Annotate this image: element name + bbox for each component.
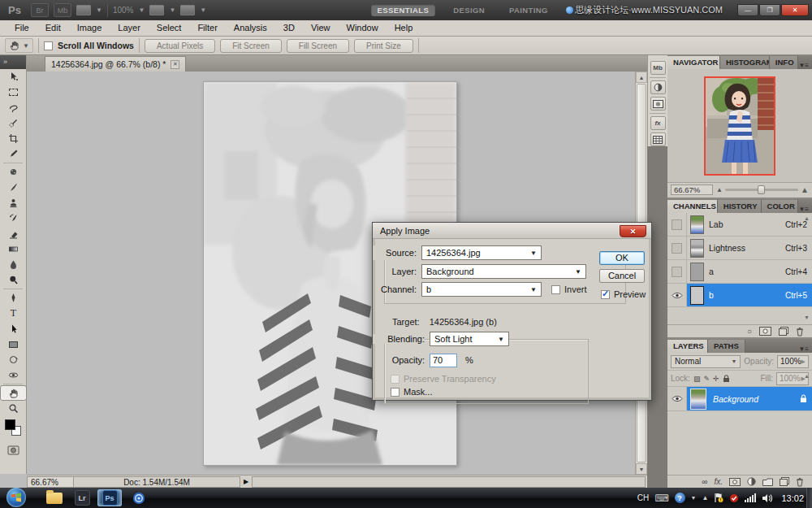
lock-all-icon[interactable] [723, 375, 730, 383]
panel-menu-icon[interactable]: ▼≡ [798, 343, 812, 353]
toolbox-collapse-button[interactable]: » [0, 55, 26, 69]
zoom-in-mountain-icon[interactable]: ▲ [801, 185, 809, 194]
workspace-design[interactable]: DESIGN [447, 4, 491, 16]
show-hidden-icons[interactable]: ▲ [702, 494, 709, 501]
channel-row-lab[interactable]: Lab Ctrl+2 [667, 213, 812, 237]
channel-dropdown[interactable]: b▼ [421, 282, 542, 297]
lock-transparency-icon[interactable]: ▨ [693, 375, 701, 383]
link-layers-icon[interactable]: ∞ [702, 478, 707, 486]
styles-panel-icon[interactable]: fx [650, 116, 666, 130]
visibility-checkbox[interactable] [672, 267, 682, 277]
cancel-button[interactable]: Cancel [599, 269, 645, 283]
hand-tool-icon[interactable] [0, 385, 27, 401]
character-panel-icon[interactable] [650, 132, 666, 146]
mini-bridge-panel-icon[interactable]: Mb [650, 61, 666, 75]
screen-mode-icon[interactable] [180, 5, 195, 15]
channel-row-lightness[interactable]: Lightness Ctrl+3 [667, 237, 812, 260]
navigator-zoom-slider[interactable]: ▲ ▲ [716, 185, 809, 194]
path-selection-tool-icon[interactable] [0, 321, 27, 336]
notification-caret-icon[interactable]: ▼ [691, 495, 697, 501]
tab-color[interactable]: COLOR [762, 200, 799, 213]
minimize-button[interactable]: — [737, 4, 758, 16]
menu-filter[interactable]: Filter [189, 20, 225, 36]
status-zoom-field[interactable]: 66.67% [27, 476, 74, 488]
zoom-tool-icon[interactable] [0, 401, 27, 416]
tab-history[interactable]: HISTORY [718, 200, 762, 213]
menu-help[interactable]: Help [387, 20, 421, 36]
view-extras-icon[interactable] [76, 5, 91, 15]
taskbar-explorer-button[interactable] [42, 489, 67, 506]
eyedropper-tool-icon[interactable] [0, 146, 27, 162]
foreground-color-swatch[interactable] [5, 419, 15, 430]
move-tool-icon[interactable] [0, 69, 27, 85]
help-icon[interactable]: ? [675, 493, 685, 503]
menu-file[interactable]: File [6, 20, 37, 36]
visibility-cell[interactable] [667, 237, 687, 259]
tab-navigator[interactable]: NAVIGATOR [667, 56, 720, 69]
start-button[interactable] [6, 488, 26, 507]
taskbar-clock[interactable]: 13:02 [781, 493, 804, 503]
document-tab[interactable]: 14256364.jpg @ 66.7% (b/8) * ✕ [45, 56, 186, 72]
zoom-out-mountain-icon[interactable]: ▲ [716, 186, 723, 193]
chevron-down-icon[interactable]: ▼ [23, 42, 29, 50]
arrange-documents-icon[interactable] [149, 5, 164, 15]
navigator-proxy-view[interactable] [704, 76, 775, 176]
chevron-down-icon[interactable]: ▼ [96, 7, 102, 14]
layer-dropdown[interactable]: Background▼ [421, 264, 586, 279]
navigator-zoom-field[interactable]: 66.67% [671, 185, 713, 195]
blending-dropdown[interactable]: Soft Light▼ [430, 332, 509, 346]
status-menu-arrow-icon[interactable]: ▶ [244, 478, 248, 485]
visibility-checkbox[interactable] [672, 219, 682, 230]
dodge-tool-icon[interactable] [0, 272, 27, 288]
dialog-title-bar[interactable]: Apply Image [373, 223, 651, 239]
chevron-down-icon[interactable]: ▼ [139, 7, 145, 14]
navigator-preview[interactable] [667, 69, 812, 182]
adjustment-layer-icon[interactable] [747, 477, 756, 486]
ok-button[interactable]: OK [599, 251, 645, 265]
antivirus-icon[interactable] [729, 493, 739, 503]
tab-histogram[interactable]: HISTOGRAM [720, 56, 770, 69]
rotate-3d-tool-icon[interactable] [0, 352, 27, 367]
workspace-essentials[interactable]: ESSENTIALS [371, 4, 436, 16]
spot-healing-tool-icon[interactable] [0, 164, 27, 180]
chevron-down-icon[interactable]: ▼ [200, 7, 206, 14]
tab-channels[interactable]: CHANNELS [667, 200, 718, 213]
clone-stamp-tool-icon[interactable] [0, 195, 27, 211]
channel-row-a[interactable]: a Ctrl+4 [667, 260, 812, 284]
visibility-checkbox[interactable] [672, 243, 682, 254]
taskbar-lightroom-button[interactable]: Lr [70, 489, 94, 506]
fill-screen-button[interactable]: Fill Screen [287, 39, 349, 53]
scroll-up-icon[interactable]: ▲ [804, 373, 810, 379]
menu-select[interactable]: Select [149, 20, 190, 36]
dialog-close-button[interactable]: ✕ [620, 225, 646, 237]
new-channel-icon[interactable] [779, 327, 788, 336]
load-selection-icon[interactable]: ○ [747, 328, 752, 336]
source-dropdown[interactable]: 14256364.jpg▼ [421, 245, 542, 260]
new-group-folder-icon[interactable] [762, 478, 773, 486]
blur-tool-icon[interactable] [0, 257, 27, 272]
layer-opacity-field[interactable]: 100%▶ [777, 355, 809, 368]
chevron-down-icon[interactable]: ▼ [169, 7, 175, 14]
scroll-all-windows-checkbox[interactable] [44, 41, 53, 50]
layer-row-background[interactable]: Background [667, 387, 812, 411]
masks-panel-icon[interactable] [650, 97, 666, 111]
tab-paths[interactable]: PATHS [708, 340, 745, 353]
new-layer-icon[interactable] [780, 477, 789, 486]
history-brush-tool-icon[interactable] [0, 211, 27, 226]
restore-button[interactable]: ❐ [759, 4, 780, 16]
mask-checkbox[interactable] [391, 388, 400, 397]
pen-tool-icon[interactable] [0, 290, 27, 306]
scroll-up-icon[interactable]: ▲ [636, 72, 647, 83]
eraser-tool-icon[interactable] [0, 226, 27, 241]
delete-channel-trash-icon[interactable] [796, 327, 804, 336]
lasso-tool-icon[interactable] [0, 100, 27, 115]
brush-tool-icon[interactable] [0, 180, 27, 195]
quick-mask-icon[interactable] [0, 442, 27, 458]
menu-edit[interactable]: Edit [37, 20, 69, 36]
tab-layers[interactable]: LAYERS [667, 340, 708, 353]
channel-row-b[interactable]: b Ctrl+5 [667, 284, 812, 307]
workspace-painting[interactable]: PAINTING [503, 4, 555, 16]
lock-pixels-icon[interactable]: ✎ [703, 375, 710, 383]
preview-checkbox[interactable] [601, 290, 610, 299]
visibility-cell[interactable] [667, 387, 687, 410]
